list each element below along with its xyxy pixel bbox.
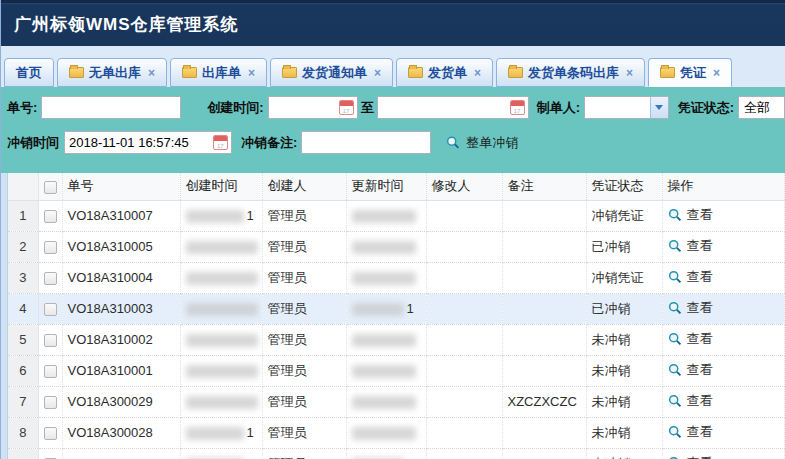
row-checkbox[interactable] [44, 396, 57, 409]
order-no-cell: VO18A310001 [62, 355, 180, 386]
maker-combo[interactable] [584, 96, 669, 119]
row-checkbox[interactable] [44, 303, 57, 316]
status-cell: 未冲销 [586, 324, 662, 355]
select-all-checkbox[interactable] [44, 181, 57, 194]
modifier-cell [426, 324, 502, 355]
row-checkbox[interactable] [44, 272, 57, 285]
view-link[interactable]: 查看 [668, 237, 713, 255]
tab-4[interactable]: 发货单× [396, 58, 493, 87]
row-number: 8 [8, 417, 38, 448]
view-label: 查看 [687, 268, 713, 286]
table-row[interactable]: 2VO18A310005管理员已冲销查看 [8, 231, 785, 262]
app-titlebar: 广州标领WMS仓库管理系统 [1, 0, 785, 46]
created-time-label: 创建时间: [207, 99, 263, 117]
tab-6[interactable]: 凭证× [648, 58, 732, 87]
row-select-cell [38, 448, 62, 459]
table-row[interactable]: 6VO18A310001管理员未冲销查看 [8, 355, 785, 386]
calendar-icon[interactable] [339, 100, 354, 115]
modifier-cell [426, 231, 502, 262]
table-row[interactable]: 3VO18A310004管理员冲销凭证查看 [8, 262, 785, 293]
table-row[interactable]: 4VO18A310003管理员1已冲销查看 [8, 293, 785, 324]
action-cell: 查看 [662, 448, 785, 459]
view-link[interactable]: 查看 [668, 206, 713, 224]
close-icon[interactable]: × [474, 66, 481, 80]
table-row[interactable]: 9VO18A3000270 1管理员0:3未冲销查看 [8, 448, 785, 459]
view-link[interactable]: 查看 [668, 299, 713, 317]
modifier-cell [426, 293, 502, 324]
row-number: 5 [8, 324, 38, 355]
writeoff-remark-input[interactable] [301, 131, 431, 154]
row-checkbox[interactable] [44, 241, 57, 254]
view-link[interactable]: 查看 [668, 454, 713, 459]
action-cell: 查看 [662, 324, 785, 355]
table-row[interactable]: 1VO18A3100071管理员冲销凭证查看 [8, 200, 785, 231]
row-checkbox[interactable] [44, 365, 57, 378]
table-row[interactable]: 5VO18A310002管理员未冲销查看 [8, 324, 785, 355]
view-label: 查看 [687, 423, 713, 441]
writeoff-all-button[interactable]: 整单冲销 [446, 134, 518, 152]
row-select-cell [38, 200, 62, 231]
close-icon[interactable]: × [713, 66, 720, 80]
modifier-cell [426, 200, 502, 231]
col-updated-time[interactable]: 更新时间 [346, 173, 426, 200]
created-time-cell [180, 262, 262, 293]
close-icon[interactable]: × [148, 66, 155, 80]
row-select-cell [38, 324, 62, 355]
close-icon[interactable]: × [374, 66, 381, 80]
order-no-input[interactable] [41, 96, 181, 119]
writeoff-time-input[interactable] [65, 132, 213, 153]
calendar-icon[interactable] [213, 135, 228, 150]
tab-1[interactable]: 无单出库× [57, 58, 167, 87]
modifier-cell [426, 417, 502, 448]
view-label: 查看 [687, 206, 713, 224]
col-remark[interactable]: 备注 [502, 173, 586, 200]
col-creator[interactable]: 创建人 [262, 173, 346, 200]
action-cell: 查看 [662, 417, 785, 448]
close-icon[interactable]: × [248, 66, 255, 80]
view-link[interactable]: 查看 [668, 392, 713, 410]
tab-2[interactable]: 出库单× [170, 58, 267, 87]
row-checkbox[interactable] [44, 334, 57, 347]
created-to-input[interactable] [378, 97, 510, 118]
row-checkbox[interactable] [44, 210, 57, 223]
table-row[interactable]: 8VO18A3000281管理员未冲销查看 [8, 417, 785, 448]
tab-3[interactable]: 发货通知单× [270, 58, 393, 87]
view-link[interactable]: 查看 [668, 330, 713, 348]
col-action[interactable]: 操作 [662, 173, 785, 200]
order-no-cell: VO18A310005 [62, 231, 180, 262]
row-number: 7 [8, 386, 38, 417]
chevron-down-icon[interactable] [650, 97, 668, 118]
calendar-icon[interactable] [510, 100, 525, 115]
app-title: 广州标领WMS仓库管理系统 [14, 13, 239, 36]
row-number: 6 [8, 355, 38, 386]
grid-left-strip [1, 173, 8, 459]
col-modifier[interactable]: 修改人 [426, 173, 502, 200]
filter-row-1: 单号: 创建时间: 至 制单人: 凭证状态: 全部 [7, 96, 785, 119]
voucher-status-select[interactable]: 全部 [738, 96, 785, 119]
select-all-header [38, 173, 62, 200]
tab-label: 发货通知单 [302, 64, 367, 82]
created-from-input[interactable] [269, 97, 339, 118]
col-created-time[interactable]: 创建时间 [180, 173, 262, 200]
view-link[interactable]: 查看 [668, 423, 713, 441]
row-checkbox[interactable] [44, 427, 57, 440]
tab-home[interactable]: 首页 [4, 58, 54, 87]
col-order-no[interactable]: 单号 [62, 173, 180, 200]
tab-bar: 首页无单出库×出库单×发货通知单×发货单×发货单条码出库×凭证× [1, 46, 785, 87]
modifier-cell [426, 355, 502, 386]
view-link[interactable]: 查看 [668, 361, 713, 379]
modifier-cell [426, 262, 502, 293]
row-select-cell [38, 293, 62, 324]
order-no-cell: VO18A310002 [62, 324, 180, 355]
creator-cell: 管理员 [262, 231, 346, 262]
table-row[interactable]: 7VO18A300029管理员XZCZXCZC未冲销查看 [8, 386, 785, 417]
updated-time-cell [346, 262, 426, 293]
tab-5[interactable]: 发货单条码出库× [496, 58, 645, 87]
view-link[interactable]: 查看 [668, 268, 713, 286]
table-header-row: 单号 创建时间 创建人 更新时间 修改人 备注 凭证状态 操作 [8, 173, 785, 200]
wms-app: 广州标领WMS仓库管理系统 首页无单出库×出库单×发货通知单×发货单×发货单条码… [0, 0, 785, 459]
creator-cell: 管理员 [262, 448, 346, 459]
folder-icon [508, 67, 523, 78]
close-icon[interactable]: × [626, 66, 633, 80]
col-voucher-status[interactable]: 凭证状态 [586, 173, 662, 200]
